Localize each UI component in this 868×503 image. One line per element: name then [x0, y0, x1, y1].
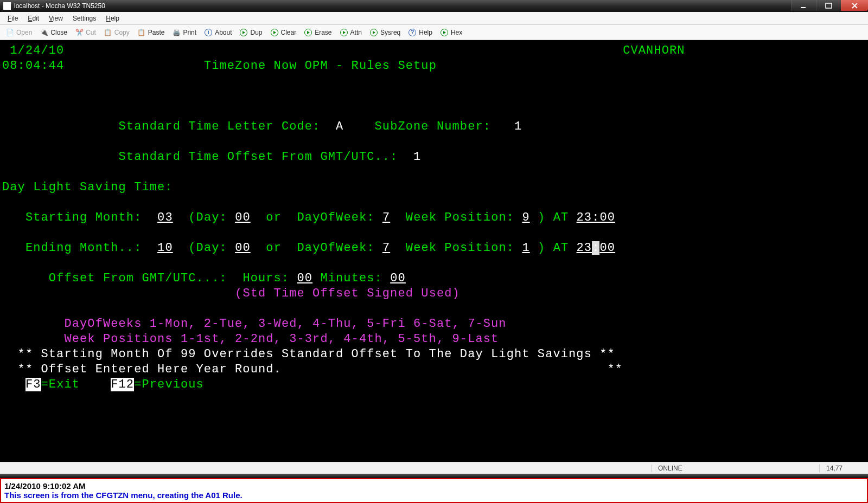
app-icon: [3, 2, 11, 10]
annotation-timestamp: 1/24/2010 9:10:02 AM: [4, 481, 864, 491]
val-stdcode[interactable]: A: [336, 120, 343, 133]
maximize-button[interactable]: [816, 0, 841, 11]
dst-header: Day Light Saving Time:: [2, 180, 173, 194]
end-at-h[interactable]: 23: [577, 241, 592, 255]
start-wp[interactable]: 9: [522, 211, 529, 224]
tool-close[interactable]: 🔌Close: [37, 27, 69, 38]
tool-open[interactable]: 📄Open: [3, 27, 34, 38]
start-dow[interactable]: 7: [382, 211, 390, 224]
tool-hex[interactable]: Hex: [438, 27, 464, 38]
note-wp: Week Positions 1-1st, 2-2nd, 3-3rd, 4-4t…: [64, 332, 499, 346]
tool-erase[interactable]: Erase: [302, 27, 334, 38]
tool-print[interactable]: 🖨️Print: [170, 27, 199, 38]
help-icon: [408, 28, 417, 37]
start-label: Starting Month:: [25, 211, 142, 224]
override-2: ** Offset Entered Here Year Round. **: [18, 363, 623, 376]
tool-about[interactable]: About: [202, 27, 234, 38]
attn-icon: [340, 28, 348, 37]
menu-help[interactable]: Help: [101, 13, 124, 24]
tool-attn[interactable]: Attn: [337, 27, 364, 38]
offset-min[interactable]: 00: [390, 272, 406, 285]
cursor: :: [592, 241, 599, 255]
end-at-m[interactable]: 00: [599, 241, 615, 255]
override-1: ** Starting Month Of 99 Overrides Standa…: [18, 347, 615, 361]
hex-icon: [440, 28, 449, 37]
end-wp[interactable]: 1: [522, 241, 529, 255]
menubar: File Edit View Settings Help: [0, 12, 868, 25]
terminal-screen[interactable]: 1/24/10 CVANHORN 08:04:44 TimeZone Now O…: [0, 40, 868, 462]
toolbar: 📄Open 🔌Close ✂️Cut 📋Copy 📋Paste 🖨️Print …: [0, 25, 868, 40]
note-offset: (Std Time Offset Signed Used): [235, 287, 460, 300]
f12-key[interactable]: F12: [111, 378, 134, 391]
copy-icon: 📋: [104, 28, 112, 37]
annotation-body: This screen is from the CFGTZN menu, cre…: [4, 491, 864, 500]
tool-cut[interactable]: ✂️Cut: [73, 27, 98, 38]
tool-sysreq[interactable]: Sysreq: [367, 27, 403, 38]
tool-paste[interactable]: 📋Paste: [135, 27, 167, 38]
start-at[interactable]: 23:00: [577, 211, 616, 224]
term-title: TimeZone Now OPM - Rules Setup: [204, 59, 437, 73]
lbl-subzone: SubZone Number:: [375, 120, 492, 133]
paste-icon: 📋: [137, 28, 146, 37]
minimize-button[interactable]: [791, 0, 816, 11]
end-label: Ending Month..:: [25, 241, 142, 255]
val-stdoffset[interactable]: 1: [413, 150, 421, 164]
tool-help[interactable]: Help: [406, 27, 435, 38]
tool-clear[interactable]: Clear: [268, 27, 299, 38]
note-dow: DayOfWeeks 1-Mon, 2-Tue, 3-Wed, 4-Thu, 5…: [64, 317, 506, 331]
status-online: ONLINE: [651, 465, 700, 472]
clear-icon: [270, 28, 279, 37]
svg-rect-0: [801, 7, 806, 8]
end-month[interactable]: 10: [157, 241, 173, 255]
f12-label: =Previous: [134, 378, 204, 391]
tool-dup[interactable]: Dup: [237, 27, 264, 38]
lbl-stdoffset: Standard Time Offset From GMT/UTC..:: [119, 150, 398, 164]
end-day[interactable]: 00: [235, 241, 251, 255]
cut-icon: ✂️: [75, 28, 84, 37]
annotation-box: 1/24/2010 9:10:02 AM This screen is from…: [0, 478, 868, 503]
window-title: localhost - Mocha W32 TN5250: [14, 2, 105, 10]
close-icon: 🔌: [40, 28, 48, 37]
offset-label: Offset From GMT/UTC...:: [49, 272, 227, 285]
close-button[interactable]: [841, 0, 868, 11]
status-pos: 14,77: [819, 465, 868, 472]
term-time: 08:04:44: [2, 59, 64, 73]
term-user: CVANHORN: [623, 44, 685, 57]
day-open1: (Day:: [188, 211, 227, 224]
f3-key[interactable]: F3: [25, 378, 41, 391]
lbl-stdcode: Standard Time Letter Code:: [119, 120, 321, 133]
menu-file[interactable]: File: [3, 13, 22, 24]
start-day[interactable]: 00: [235, 211, 251, 224]
menu-settings[interactable]: Settings: [68, 13, 100, 24]
offset-hours[interactable]: 00: [297, 272, 313, 285]
taskbar: [0, 474, 868, 478]
term-date: 1/24/10: [2, 44, 64, 57]
open-icon: 📄: [5, 28, 14, 37]
sysreq-icon: [369, 28, 378, 37]
val-subzone[interactable]: 1: [514, 120, 522, 133]
window-titlebar: localhost - Mocha W32 TN5250: [0, 0, 868, 12]
erase-icon: [304, 28, 312, 37]
end-dow[interactable]: 7: [382, 241, 390, 255]
tool-copy[interactable]: 📋Copy: [101, 27, 132, 38]
about-icon: [204, 28, 213, 37]
dup-icon: [239, 28, 248, 37]
menu-view[interactable]: View: [44, 13, 67, 24]
start-month[interactable]: 03: [157, 211, 173, 224]
print-icon: 🖨️: [172, 28, 181, 37]
svg-rect-1: [826, 3, 832, 8]
statusbar: ONLINE 14,77: [0, 462, 868, 474]
menu-edit[interactable]: Edit: [23, 13, 43, 24]
f3-label: =Exit: [41, 378, 80, 391]
